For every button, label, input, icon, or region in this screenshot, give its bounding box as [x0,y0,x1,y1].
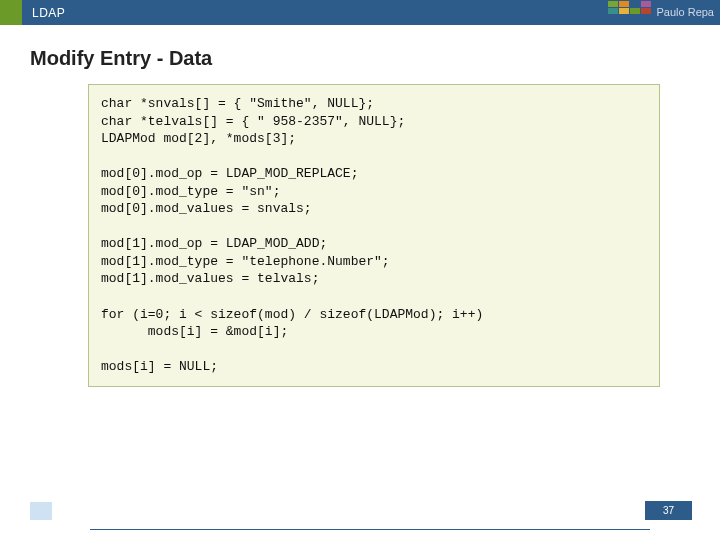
code-block: char *snvals[] = { "Smithe", NULL}; char… [88,84,660,387]
header-right: Paulo Repa [608,0,721,25]
color-palette [608,1,651,14]
footer-divider [90,529,650,531]
slide-footer: 37 [645,501,692,520]
palette-swatch [630,8,640,14]
header-accent-block [0,0,22,25]
slide-number: 37 [645,501,692,520]
author-name: Paulo Repa [657,0,715,25]
palette-swatch [619,1,629,7]
palette-swatch [608,8,618,14]
slide-title: Modify Entry - Data [30,47,720,70]
palette-swatch [619,8,629,14]
palette-swatch [641,1,651,7]
footer-accent-block [30,502,52,520]
slide-header: LDAP Paulo Repa [0,0,720,25]
palette-swatch [608,1,618,7]
palette-swatch [641,8,651,14]
palette-swatch [630,1,640,7]
header-title: LDAP [32,6,65,20]
